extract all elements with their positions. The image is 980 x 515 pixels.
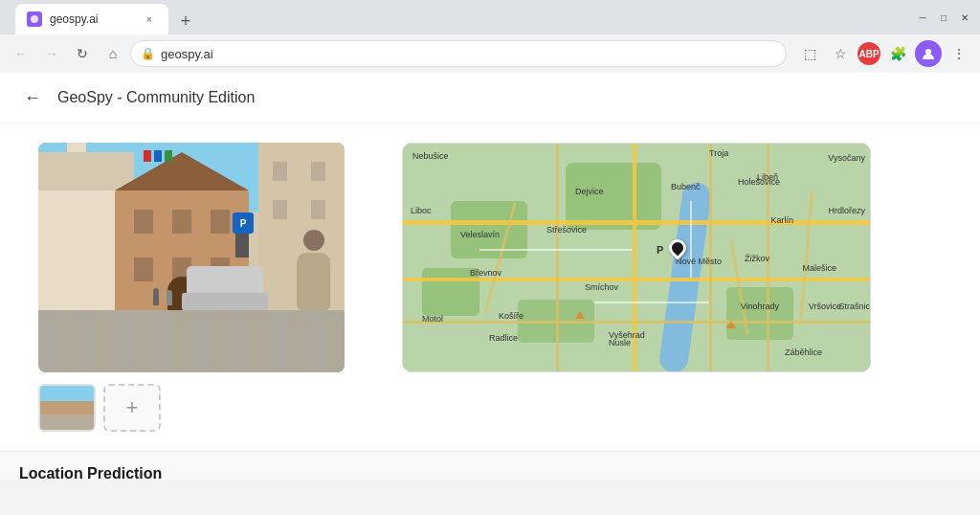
tabs-bar: geospy.ai × + xyxy=(8,0,199,34)
tab-close-button[interactable]: × xyxy=(142,11,157,27)
road-vertical-4 xyxy=(556,144,559,371)
map-label-dejvice: Dejvice xyxy=(575,187,604,196)
add-photo-button[interactable]: + xyxy=(103,384,161,432)
profile-button[interactable] xyxy=(915,40,942,67)
page-content: ← GeoSpy - Community Edition xyxy=(0,73,980,481)
thumbnails-row: + xyxy=(38,384,345,432)
browser-toolbar: ← → ↻ ⌂ 🔒 geospy.ai ⬚ ☆ ABP 🧩 ⋮ xyxy=(0,34,980,73)
page-header: ← GeoSpy - Community Edition xyxy=(0,73,980,123)
address-bar[interactable]: 🔒 geospy.ai xyxy=(130,40,787,67)
map-label-smichov: Smíchov xyxy=(585,282,618,292)
location-pin[interactable] xyxy=(669,239,688,266)
location-prediction-panel: Location Prediction 🏛 City: Prague xyxy=(0,451,980,481)
bookmark-button[interactable]: ☆ xyxy=(827,40,854,67)
map-label-troja: Troja xyxy=(709,148,728,158)
map-label-motol: Motol xyxy=(422,314,443,324)
map-label-karlin: Karlín xyxy=(770,215,793,225)
maximize-button[interactable]: □ xyxy=(936,10,951,25)
map-label-veleslavin: Veleslavín xyxy=(460,230,500,239)
new-tab-button[interactable]: + xyxy=(172,8,199,34)
map-label-bubenc: Bubenč xyxy=(671,182,701,191)
forward-nav-button[interactable]: → xyxy=(38,40,65,67)
prague-photo: P xyxy=(38,143,345,372)
map-container[interactable]: Troja Libeň Vysočany Nebušice Dejvice Bu… xyxy=(402,143,871,372)
reload-button[interactable]: ↻ xyxy=(69,40,96,67)
park-area-4 xyxy=(726,287,793,340)
map-section: Troja Libeň Vysočany Nebušice Dejvice Bu… xyxy=(402,143,942,372)
main-photo: P xyxy=(38,143,345,372)
map-marker-2 xyxy=(726,321,736,328)
road-small-1 xyxy=(479,249,633,251)
tab-favicon xyxy=(27,11,42,27)
map-label-nusle: Nusle xyxy=(609,338,631,347)
map-label-zizkov: Žižkov xyxy=(745,254,769,263)
address-text: geospy.ai xyxy=(161,47,213,61)
menu-button[interactable]: ⋮ xyxy=(946,40,972,67)
map-label-vrsovice: Vršovice xyxy=(809,302,841,311)
cast-button[interactable]: ⬚ xyxy=(796,40,823,67)
page-back-button[interactable]: ← xyxy=(19,84,46,111)
map-label-malesice: Malešice xyxy=(802,263,836,273)
tower xyxy=(67,143,86,152)
parking-sign: P xyxy=(233,213,254,234)
svg-point-0 xyxy=(31,15,38,23)
road-small-2 xyxy=(594,302,709,303)
extensions-button[interactable]: 🧩 xyxy=(884,40,911,67)
car xyxy=(187,266,268,310)
map-label-strasnice: Strašnice xyxy=(838,302,871,311)
location-prediction-title: Location Prediction xyxy=(19,465,961,481)
map-label-stresovice: Střešovice xyxy=(546,225,587,235)
building-center-roof xyxy=(115,152,249,190)
flags xyxy=(144,150,172,162)
distant-person-2 xyxy=(167,290,172,305)
person-silhouette xyxy=(297,230,330,310)
map-marker-1 xyxy=(575,311,585,319)
title-bar: geospy.ai × + ─ □ ✕ xyxy=(0,0,980,34)
road-horizontal-2 xyxy=(403,278,870,281)
home-button[interactable]: ⌂ xyxy=(100,40,126,67)
back-nav-button[interactable]: ← xyxy=(8,40,34,67)
map-label-vinohrady: Vinohrady xyxy=(741,302,779,311)
minimize-button[interactable]: ─ xyxy=(915,10,930,25)
map-label-holesovice: Holešovice xyxy=(738,177,780,187)
adblock-button[interactable]: ABP xyxy=(858,42,880,65)
map-label-nebusice: Nebušice xyxy=(412,151,449,161)
river-vltava xyxy=(657,181,713,372)
close-button[interactable]: ✕ xyxy=(957,10,972,25)
window-controls: ─ □ ✕ xyxy=(915,10,972,25)
map-label-zabelice: Záběhlice xyxy=(785,347,822,357)
map-label-hrdlorery: Hrdlořezy xyxy=(828,206,865,215)
map-label-liboc: Liboc xyxy=(411,206,432,215)
toolbar-actions: ⬚ ☆ ABP 🧩 ⋮ xyxy=(796,40,972,67)
road-small-3 xyxy=(690,201,692,278)
tab-title: geospy.ai xyxy=(50,12,134,26)
distant-person-1 xyxy=(153,288,159,305)
map-background: Troja Libeň Vysočany Nebušice Dejvice Bu… xyxy=(403,144,870,371)
map-label-kosire: Košíře xyxy=(499,311,523,321)
street xyxy=(38,310,345,372)
map-label-praha: P xyxy=(657,244,663,256)
road-horizontal-1 xyxy=(403,220,870,225)
thumbnail-1[interactable] xyxy=(38,384,96,432)
security-icon: 🔒 xyxy=(141,47,155,60)
map-label-vysocany: Vysočany xyxy=(828,153,865,163)
map-label-brevnov: Břevnov xyxy=(470,268,501,278)
main-content: P xyxy=(0,123,980,451)
page-title: GeoSpy - Community Edition xyxy=(57,89,255,106)
photo-section: P xyxy=(38,143,345,432)
active-tab[interactable]: geospy.ai × xyxy=(15,4,168,34)
map-label-radlice: Radlice xyxy=(489,333,518,343)
